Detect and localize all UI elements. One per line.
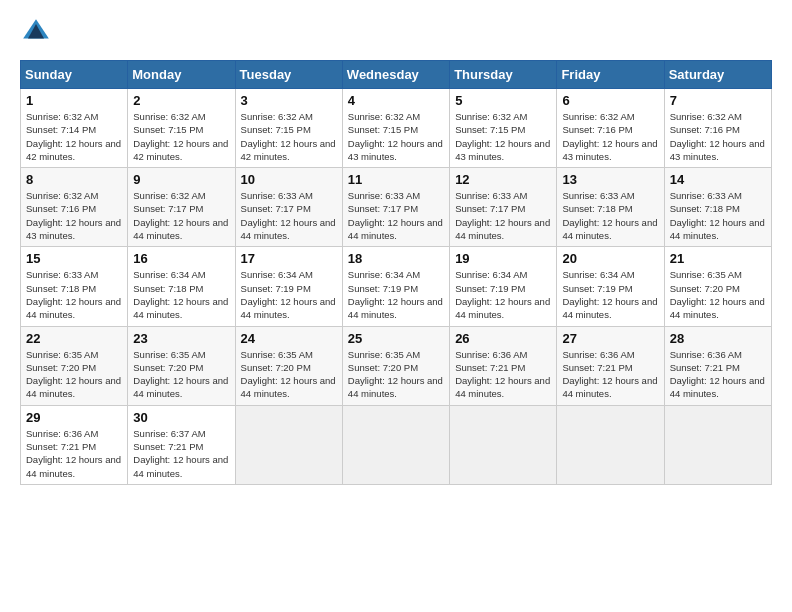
day-info: Sunrise: 6:33 AMSunset: 7:18 PMDaylight:…	[26, 268, 122, 321]
day-number: 9	[133, 172, 229, 187]
day-number: 23	[133, 331, 229, 346]
day-info: Sunrise: 6:32 AMSunset: 7:15 PMDaylight:…	[348, 110, 444, 163]
day-number: 25	[348, 331, 444, 346]
calendar-cell: 23 Sunrise: 6:35 AMSunset: 7:20 PMDaylig…	[128, 326, 235, 405]
calendar-cell: 19 Sunrise: 6:34 AMSunset: 7:19 PMDaylig…	[450, 247, 557, 326]
week-row-2: 8 Sunrise: 6:32 AMSunset: 7:16 PMDayligh…	[21, 168, 772, 247]
calendar-cell: 5 Sunrise: 6:32 AMSunset: 7:15 PMDayligh…	[450, 89, 557, 168]
day-info: Sunrise: 6:36 AMSunset: 7:21 PMDaylight:…	[670, 348, 766, 401]
day-info: Sunrise: 6:34 AMSunset: 7:19 PMDaylight:…	[348, 268, 444, 321]
week-row-5: 29 Sunrise: 6:36 AMSunset: 7:21 PMDaylig…	[21, 405, 772, 484]
day-info: Sunrise: 6:32 AMSunset: 7:16 PMDaylight:…	[562, 110, 658, 163]
weekday-tuesday: Tuesday	[235, 61, 342, 89]
day-number: 24	[241, 331, 337, 346]
day-info: Sunrise: 6:33 AMSunset: 7:18 PMDaylight:…	[670, 189, 766, 242]
day-info: Sunrise: 6:32 AMSunset: 7:15 PMDaylight:…	[133, 110, 229, 163]
day-number: 3	[241, 93, 337, 108]
day-info: Sunrise: 6:32 AMSunset: 7:14 PMDaylight:…	[26, 110, 122, 163]
calendar-cell	[235, 405, 342, 484]
calendar-cell: 29 Sunrise: 6:36 AMSunset: 7:21 PMDaylig…	[21, 405, 128, 484]
calendar-body: 1 Sunrise: 6:32 AMSunset: 7:14 PMDayligh…	[21, 89, 772, 485]
day-info: Sunrise: 6:32 AMSunset: 7:15 PMDaylight:…	[455, 110, 551, 163]
calendar-cell	[664, 405, 771, 484]
day-info: Sunrise: 6:35 AMSunset: 7:20 PMDaylight:…	[670, 268, 766, 321]
logo	[20, 16, 58, 48]
day-info: Sunrise: 6:34 AMSunset: 7:18 PMDaylight:…	[133, 268, 229, 321]
day-info: Sunrise: 6:32 AMSunset: 7:16 PMDaylight:…	[670, 110, 766, 163]
day-number: 17	[241, 251, 337, 266]
day-number: 18	[348, 251, 444, 266]
day-number: 29	[26, 410, 122, 425]
weekday-sunday: Sunday	[21, 61, 128, 89]
day-number: 5	[455, 93, 551, 108]
calendar-cell: 9 Sunrise: 6:32 AMSunset: 7:17 PMDayligh…	[128, 168, 235, 247]
day-number: 16	[133, 251, 229, 266]
day-number: 28	[670, 331, 766, 346]
day-info: Sunrise: 6:36 AMSunset: 7:21 PMDaylight:…	[455, 348, 551, 401]
day-number: 7	[670, 93, 766, 108]
calendar-cell: 15 Sunrise: 6:33 AMSunset: 7:18 PMDaylig…	[21, 247, 128, 326]
day-info: Sunrise: 6:32 AMSunset: 7:17 PMDaylight:…	[133, 189, 229, 242]
weekday-thursday: Thursday	[450, 61, 557, 89]
calendar-table: SundayMondayTuesdayWednesdayThursdayFrid…	[20, 60, 772, 485]
calendar-cell: 28 Sunrise: 6:36 AMSunset: 7:21 PMDaylig…	[664, 326, 771, 405]
day-info: Sunrise: 6:33 AMSunset: 7:17 PMDaylight:…	[241, 189, 337, 242]
day-info: Sunrise: 6:32 AMSunset: 7:15 PMDaylight:…	[241, 110, 337, 163]
day-number: 20	[562, 251, 658, 266]
day-info: Sunrise: 6:35 AMSunset: 7:20 PMDaylight:…	[241, 348, 337, 401]
day-info: Sunrise: 6:33 AMSunset: 7:17 PMDaylight:…	[348, 189, 444, 242]
calendar-cell: 16 Sunrise: 6:34 AMSunset: 7:18 PMDaylig…	[128, 247, 235, 326]
calendar-cell: 12 Sunrise: 6:33 AMSunset: 7:17 PMDaylig…	[450, 168, 557, 247]
day-info: Sunrise: 6:35 AMSunset: 7:20 PMDaylight:…	[348, 348, 444, 401]
weekday-monday: Monday	[128, 61, 235, 89]
day-number: 27	[562, 331, 658, 346]
day-info: Sunrise: 6:34 AMSunset: 7:19 PMDaylight:…	[562, 268, 658, 321]
day-number: 15	[26, 251, 122, 266]
day-number: 2	[133, 93, 229, 108]
day-info: Sunrise: 6:33 AMSunset: 7:17 PMDaylight:…	[455, 189, 551, 242]
week-row-3: 15 Sunrise: 6:33 AMSunset: 7:18 PMDaylig…	[21, 247, 772, 326]
day-info: Sunrise: 6:32 AMSunset: 7:16 PMDaylight:…	[26, 189, 122, 242]
calendar-cell	[342, 405, 449, 484]
day-info: Sunrise: 6:36 AMSunset: 7:21 PMDaylight:…	[26, 427, 122, 480]
calendar-cell: 24 Sunrise: 6:35 AMSunset: 7:20 PMDaylig…	[235, 326, 342, 405]
day-number: 13	[562, 172, 658, 187]
day-number: 4	[348, 93, 444, 108]
calendar-cell: 21 Sunrise: 6:35 AMSunset: 7:20 PMDaylig…	[664, 247, 771, 326]
day-info: Sunrise: 6:34 AMSunset: 7:19 PMDaylight:…	[455, 268, 551, 321]
calendar-cell: 7 Sunrise: 6:32 AMSunset: 7:16 PMDayligh…	[664, 89, 771, 168]
day-number: 19	[455, 251, 551, 266]
calendar-cell: 4 Sunrise: 6:32 AMSunset: 7:15 PMDayligh…	[342, 89, 449, 168]
calendar-cell: 18 Sunrise: 6:34 AMSunset: 7:19 PMDaylig…	[342, 247, 449, 326]
calendar-cell: 13 Sunrise: 6:33 AMSunset: 7:18 PMDaylig…	[557, 168, 664, 247]
day-number: 11	[348, 172, 444, 187]
page: SundayMondayTuesdayWednesdayThursdayFrid…	[0, 0, 792, 505]
weekday-header-row: SundayMondayTuesdayWednesdayThursdayFrid…	[21, 61, 772, 89]
calendar-cell: 10 Sunrise: 6:33 AMSunset: 7:17 PMDaylig…	[235, 168, 342, 247]
day-number: 30	[133, 410, 229, 425]
calendar-cell: 6 Sunrise: 6:32 AMSunset: 7:16 PMDayligh…	[557, 89, 664, 168]
calendar-cell	[450, 405, 557, 484]
calendar-cell: 17 Sunrise: 6:34 AMSunset: 7:19 PMDaylig…	[235, 247, 342, 326]
calendar-cell: 27 Sunrise: 6:36 AMSunset: 7:21 PMDaylig…	[557, 326, 664, 405]
day-number: 8	[26, 172, 122, 187]
day-info: Sunrise: 6:34 AMSunset: 7:19 PMDaylight:…	[241, 268, 337, 321]
day-info: Sunrise: 6:33 AMSunset: 7:18 PMDaylight:…	[562, 189, 658, 242]
day-info: Sunrise: 6:37 AMSunset: 7:21 PMDaylight:…	[133, 427, 229, 480]
calendar-cell: 2 Sunrise: 6:32 AMSunset: 7:15 PMDayligh…	[128, 89, 235, 168]
weekday-friday: Friday	[557, 61, 664, 89]
week-row-1: 1 Sunrise: 6:32 AMSunset: 7:14 PMDayligh…	[21, 89, 772, 168]
day-info: Sunrise: 6:35 AMSunset: 7:20 PMDaylight:…	[26, 348, 122, 401]
calendar-cell	[557, 405, 664, 484]
day-number: 14	[670, 172, 766, 187]
day-number: 12	[455, 172, 551, 187]
day-info: Sunrise: 6:35 AMSunset: 7:20 PMDaylight:…	[133, 348, 229, 401]
day-number: 1	[26, 93, 122, 108]
calendar-cell: 11 Sunrise: 6:33 AMSunset: 7:17 PMDaylig…	[342, 168, 449, 247]
weekday-wednesday: Wednesday	[342, 61, 449, 89]
week-row-4: 22 Sunrise: 6:35 AMSunset: 7:20 PMDaylig…	[21, 326, 772, 405]
day-number: 6	[562, 93, 658, 108]
calendar-cell: 3 Sunrise: 6:32 AMSunset: 7:15 PMDayligh…	[235, 89, 342, 168]
day-info: Sunrise: 6:36 AMSunset: 7:21 PMDaylight:…	[562, 348, 658, 401]
logo-icon	[20, 16, 52, 48]
